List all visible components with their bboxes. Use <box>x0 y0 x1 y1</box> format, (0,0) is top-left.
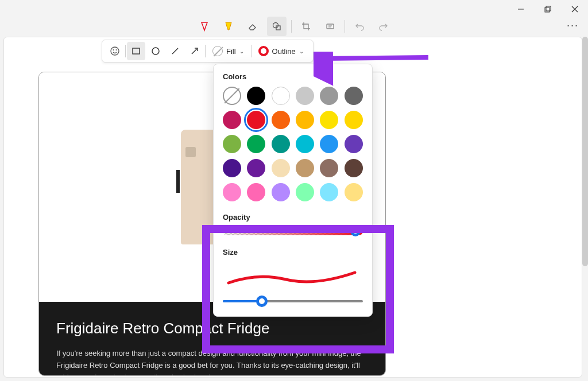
shapes-tool[interactable] <box>267 17 287 36</box>
fill-none-icon <box>212 46 223 56</box>
svg-line-17 <box>324 57 428 59</box>
more-options-button[interactable]: ··· <box>567 20 579 32</box>
main-toolbar <box>0 16 588 37</box>
color-swatch[interactable] <box>247 135 265 153</box>
toolbar-divider <box>251 45 252 57</box>
color-swatch[interactable] <box>320 111 338 129</box>
color-swatch[interactable] <box>320 183 338 201</box>
size-slider-thumb[interactable] <box>256 296 268 307</box>
color-swatch[interactable] <box>345 111 363 129</box>
outline-label: Outline <box>272 47 296 56</box>
redo-button[interactable] <box>374 17 393 36</box>
color-swatch[interactable] <box>223 87 241 105</box>
toolbar-divider <box>291 20 292 33</box>
arrow-shape-button[interactable] <box>185 42 204 60</box>
color-swatch[interactable] <box>272 87 290 105</box>
emoji-button[interactable] <box>106 42 124 60</box>
color-swatch[interactable] <box>296 135 314 153</box>
svg-rect-7 <box>327 24 334 29</box>
color-swatch[interactable] <box>296 183 314 201</box>
chevron-down-icon: ⌄ <box>299 48 304 55</box>
color-swatch[interactable] <box>320 135 338 153</box>
color-swatch[interactable] <box>272 111 290 129</box>
circle-shape-button[interactable] <box>146 42 165 60</box>
color-swatch[interactable] <box>296 111 314 129</box>
annotation-arrow <box>314 52 434 103</box>
toolbar-divider <box>125 45 126 57</box>
color-swatch[interactable] <box>296 87 314 105</box>
line-shape-button[interactable] <box>166 42 184 60</box>
svg-point-10 <box>111 47 119 55</box>
color-swatch[interactable] <box>345 135 363 153</box>
article-body: If you're seeking more than just a compa… <box>56 348 368 376</box>
opacity-section-label: Opacity <box>223 213 363 221</box>
color-swatch[interactable] <box>345 159 363 177</box>
color-swatch[interactable] <box>296 159 314 177</box>
toolbar-divider <box>205 45 206 57</box>
vertical-scrollbar[interactable] <box>582 37 588 266</box>
color-swatch[interactable] <box>247 159 265 177</box>
color-grid <box>223 87 363 201</box>
svg-point-14 <box>152 48 159 55</box>
size-slider[interactable] <box>223 300 363 302</box>
color-swatch[interactable] <box>247 183 265 201</box>
svg-line-15 <box>172 48 178 54</box>
toolbar-divider <box>345 20 345 33</box>
pen-red-tool[interactable] <box>195 17 214 36</box>
color-swatch[interactable] <box>272 135 290 153</box>
svg-rect-13 <box>133 48 140 54</box>
undo-button[interactable] <box>350 17 369 36</box>
text-extract-tool[interactable] <box>320 17 340 36</box>
svg-point-12 <box>116 49 117 50</box>
color-swatch[interactable] <box>223 111 241 129</box>
highlighter-tool[interactable] <box>219 17 238 36</box>
color-swatch[interactable] <box>223 159 241 177</box>
svg-point-11 <box>113 49 114 50</box>
size-preview-stroke <box>223 267 361 290</box>
opacity-slider-thumb[interactable] <box>350 226 361 236</box>
crop-tool[interactable] <box>296 17 316 36</box>
color-swatch[interactable] <box>345 183 363 201</box>
outline-color-icon <box>258 46 269 56</box>
fill-label: Fill <box>226 47 236 56</box>
article-title: Frigidaire Retro Compact Fridge <box>56 318 368 339</box>
canvas-area: Frigidaire Retro Compact Fridge If you'r… <box>3 37 582 378</box>
color-swatch[interactable] <box>272 159 290 177</box>
color-swatch[interactable] <box>223 135 241 153</box>
chevron-down-icon: ⌄ <box>239 48 244 55</box>
eraser-tool[interactable] <box>243 17 262 36</box>
svg-rect-2 <box>546 6 551 11</box>
svg-rect-1 <box>545 7 550 12</box>
rectangle-shape-button[interactable] <box>127 42 145 60</box>
opacity-slider[interactable] <box>223 227 363 235</box>
outline-dropdown[interactable]: Outline ⌄ <box>253 42 310 60</box>
size-section-label: Size <box>223 248 363 256</box>
shape-toolbar: Fill ⌄ Outline ⌄ <box>102 40 314 63</box>
svg-point-5 <box>273 23 278 28</box>
fill-dropdown[interactable]: Fill ⌄ <box>207 42 250 60</box>
color-swatch[interactable] <box>223 183 241 201</box>
color-swatch[interactable] <box>247 111 265 129</box>
svg-line-16 <box>192 49 197 54</box>
color-swatch[interactable] <box>247 87 265 105</box>
color-swatch[interactable] <box>272 183 290 201</box>
color-swatch[interactable] <box>320 159 338 177</box>
